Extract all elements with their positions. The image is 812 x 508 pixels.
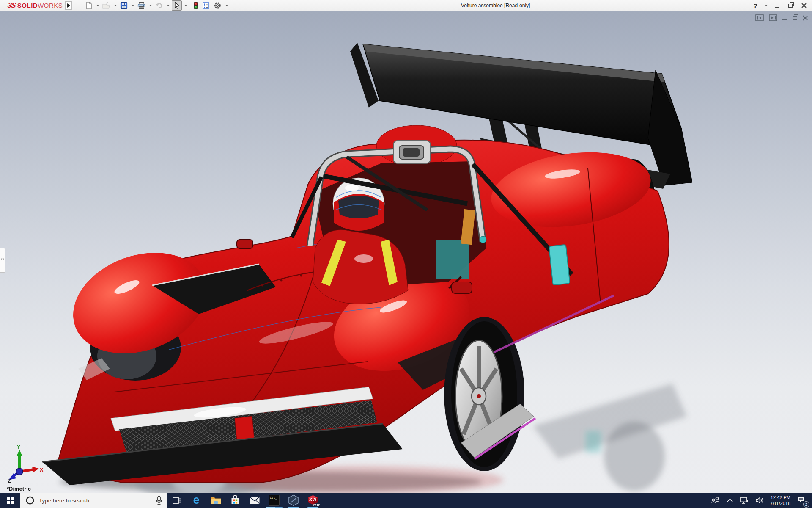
feature-tree-collapsed-tab[interactable]	[0, 248, 5, 273]
people-button[interactable]	[711, 497, 720, 504]
close-icon	[801, 3, 807, 8]
command-prompt-button[interactable]: C:\_	[264, 493, 284, 508]
select-dropdown-caret[interactable]	[184, 5, 187, 6]
model-canvas[interactable]	[0, 11, 812, 493]
help-button[interactable]: ?	[750, 1, 761, 10]
help-dropdown-caret[interactable]	[765, 5, 768, 6]
hexagon-app-button[interactable]	[284, 493, 303, 508]
taskbar: e C:\_	[0, 493, 812, 508]
search-input[interactable]	[39, 497, 155, 504]
graphics-viewport[interactable]: Y X Z *Dimetric	[0, 11, 812, 493]
window-controls: ?	[750, 0, 809, 11]
new-document-icon	[85, 2, 93, 9]
command-prompt-icon: C:\_	[269, 495, 280, 506]
task-view-icon	[172, 496, 181, 505]
solidworks-logo: 3S SOLIDWORKS	[0, 1, 65, 10]
doc-restore-icon	[793, 16, 797, 20]
print-dropdown-caret[interactable]	[149, 5, 152, 6]
edge-button[interactable]: e	[187, 493, 206, 508]
solidworks-2017-icon: SW 2017	[307, 494, 319, 506]
car-model-3d[interactable]	[0, 11, 812, 493]
taskbar-search[interactable]	[20, 493, 167, 508]
tab-dot-icon	[1, 258, 4, 260]
save-button[interactable]	[119, 0, 129, 11]
rebuild-stoplight-icon	[193, 1, 199, 10]
flyout-arrow-icon	[67, 3, 70, 8]
speaker-icon	[755, 497, 764, 504]
print-icon	[137, 2, 145, 9]
cmd-prompt-text: C:\_	[270, 496, 277, 500]
system-tray: 12:42 PM 7/11/2018 2	[711, 493, 812, 508]
orientation-triad: Y X Z	[5, 444, 44, 483]
show-hidden-icons-button[interactable]	[727, 498, 733, 502]
undo-dropdown-caret[interactable]	[167, 5, 170, 6]
close-button[interactable]	[798, 1, 809, 10]
save-dropdown-caret[interactable]	[132, 5, 134, 6]
air-intake	[393, 141, 431, 163]
view-orientation-label: *Dimetric	[7, 486, 31, 492]
titlebar: 3S SOLIDWORKS	[0, 0, 812, 11]
open-button[interactable]	[101, 0, 112, 11]
brand-works: WORKS	[38, 2, 63, 9]
options-gear-icon	[213, 1, 222, 10]
document-window-controls	[755, 14, 808, 21]
window-title: Voiture assomblee [Read-only]	[461, 0, 530, 11]
options-button[interactable]	[212, 0, 223, 11]
windows-logo-icon	[7, 497, 14, 504]
sw-year: 2017	[313, 504, 320, 507]
undo-button[interactable]	[154, 0, 165, 11]
hexagon-app-icon	[288, 494, 299, 506]
undo-icon	[155, 2, 163, 9]
ds-logo-icon: 3S	[7, 1, 16, 10]
triad-z-label: Z	[8, 478, 11, 483]
start-button[interactable]	[0, 493, 20, 508]
file-explorer-button[interactable]	[206, 493, 225, 508]
select-cursor-icon	[173, 2, 181, 9]
action-center-button[interactable]: 2	[797, 496, 808, 505]
options-dropdown-caret[interactable]	[225, 5, 228, 6]
dock-left-button[interactable]	[755, 14, 764, 21]
doc-close-button[interactable]	[802, 15, 808, 21]
new-dropdown-caret[interactable]	[96, 5, 99, 6]
open-icon	[102, 2, 110, 9]
open-dropdown-caret[interactable]	[114, 5, 117, 6]
dock-right-button[interactable]	[769, 14, 777, 21]
clock-date: 7/11/2018	[770, 500, 790, 506]
mail-button[interactable]	[245, 493, 264, 508]
file-explorer-icon	[210, 496, 221, 505]
cortana-icon	[25, 496, 35, 505]
people-icon	[711, 497, 720, 504]
minimize-icon	[775, 7, 779, 8]
doc-minimize-icon	[782, 19, 787, 20]
task-view-button[interactable]	[167, 493, 187, 508]
restore-button[interactable]	[785, 1, 796, 10]
save-icon	[120, 2, 128, 9]
file-properties-icon	[202, 2, 210, 9]
minimize-button[interactable]	[771, 1, 782, 10]
chevron-up-icon	[727, 498, 733, 502]
solidworks-2017-button[interactable]: SW 2017	[303, 493, 323, 508]
microphone-icon[interactable]	[155, 496, 163, 505]
network-button[interactable]	[740, 497, 749, 504]
restore-icon	[788, 4, 793, 8]
clock-time: 12:42 PM	[770, 494, 790, 500]
triad-y-label: Y	[17, 444, 21, 450]
edge-icon: e	[193, 494, 199, 506]
volume-button[interactable]	[755, 497, 764, 504]
doc-minimize-button[interactable]	[782, 16, 787, 20]
store-icon	[230, 495, 240, 505]
notification-badge: 2	[803, 501, 809, 508]
doc-restore-button[interactable]	[793, 16, 797, 20]
store-button[interactable]	[225, 493, 245, 508]
clock[interactable]: 12:42 PM 7/11/2018	[770, 494, 790, 507]
triad-x-label: X	[40, 467, 44, 473]
menu-flyout-button[interactable]	[65, 1, 72, 10]
mail-icon	[249, 496, 260, 505]
print-button[interactable]	[136, 0, 147, 11]
select-tool-button[interactable]	[172, 0, 182, 11]
new-document-button[interactable]	[84, 0, 94, 11]
doc-close-icon	[802, 15, 808, 21]
brand-solid: SOLID	[17, 2, 38, 9]
file-properties-button[interactable]	[201, 0, 211, 11]
rebuild-button[interactable]	[192, 0, 200, 11]
